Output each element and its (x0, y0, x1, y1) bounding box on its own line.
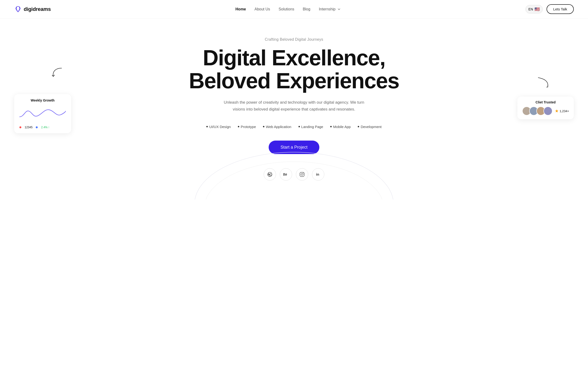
nav-link-about[interactable]: About Us (255, 7, 270, 11)
arc-decoration (187, 129, 401, 200)
tag-dot (263, 126, 264, 127)
linkedin-icon: in (316, 172, 321, 177)
svg-point-0 (18, 11, 19, 12)
instagram-icon (299, 172, 305, 177)
hero-subtitle: Crafting Beloved Digital Journeys (9, 37, 579, 42)
svg-point-7 (303, 173, 304, 173)
star-icon: ★ (555, 108, 559, 114)
hero-title-line2: Beloved Experiences (189, 69, 399, 93)
logo-icon (14, 5, 22, 13)
svg-rect-5 (300, 172, 304, 176)
behance-button[interactable]: Bē (280, 168, 292, 181)
instagram-button[interactable] (296, 168, 308, 181)
deco-arrow-left (50, 66, 64, 80)
dribbble-icon (267, 172, 272, 177)
blue-dot (36, 126, 38, 128)
tag-development: Development (358, 125, 381, 129)
svg-point-6 (301, 174, 303, 175)
svg-point-2 (204, 162, 384, 200)
client-trusted-title: Cliet Trusted (522, 100, 569, 104)
client-trusted-card: Cliet Trusted ★ 1,234+ (517, 97, 574, 119)
hero-description: Unleash the power of creativity and tech… (223, 99, 365, 113)
language-button[interactable]: EN 🇺🇸 (525, 5, 543, 13)
chart-legend: 12345 2.4% ↑ (19, 125, 66, 129)
hero-title: Digital Excellence, Beloved Experiences (187, 46, 401, 92)
svg-text:Bē: Bē (283, 173, 287, 176)
tag-uiux: UI/UX Design (206, 125, 231, 129)
tag-dot (238, 126, 239, 127)
logo[interactable]: digidreams (14, 5, 51, 13)
nav-right: EN 🇺🇸 Lets Talk (525, 4, 574, 14)
nav-link-solutions[interactable]: Solutions (279, 7, 294, 11)
dribbble-button[interactable] (264, 168, 276, 181)
linkedin-button[interactable]: in (312, 168, 324, 181)
tag-prototype: Prototype (238, 125, 256, 129)
growth-percent: 2.4% ↑ (41, 125, 49, 129)
nav-links: Home About Us Solutions Blog Internship (236, 7, 341, 11)
nav-item-internship[interactable]: Internship (319, 7, 341, 11)
social-row: Bē in (9, 168, 579, 181)
logo-text: digidreams (24, 6, 51, 12)
hero-title-line1: Digital Excellence, (203, 46, 385, 70)
growth-chart (19, 105, 66, 122)
tag-dot (206, 126, 208, 127)
tag-dot (330, 126, 332, 127)
tags-row: UI/UX Design Prototype Web Application L… (9, 125, 579, 129)
avatar (543, 107, 552, 116)
client-avatars: ★ 1,234+ (522, 107, 569, 116)
weekly-growth-title: Weekly Growth (19, 98, 66, 102)
tag-dot (358, 126, 359, 127)
red-dot (19, 126, 21, 128)
growth-value: 12345 (25, 126, 32, 129)
lets-talk-button[interactable]: Lets Talk (547, 4, 574, 14)
flag-icon: 🇺🇸 (534, 7, 540, 12)
nav-link-home[interactable]: Home (236, 7, 246, 11)
lang-text: EN (529, 7, 533, 11)
nav-item-about[interactable]: About Us (255, 7, 270, 11)
tag-dot (298, 126, 300, 127)
weekly-growth-card: Weekly Growth 12345 2.4% ↑ (14, 94, 71, 133)
nav-item-home[interactable]: Home (236, 7, 246, 11)
svg-text:in: in (316, 172, 319, 176)
tag-webapp: Web Application (263, 125, 291, 129)
deco-arrow-right (536, 75, 552, 92)
nav-link-internship[interactable]: Internship (319, 7, 341, 11)
nav-link-blog[interactable]: Blog (303, 7, 310, 11)
start-project-button[interactable]: Start a Project (269, 141, 319, 154)
behance-icon: Bē (283, 172, 289, 176)
tag-mobileapp: Mobile App (330, 125, 351, 129)
chevron-down-icon (337, 8, 341, 11)
tag-landing: Landing Page (298, 125, 323, 129)
rating-badge: ★ 1,234+ (555, 108, 569, 114)
rating-value: 1,234+ (560, 109, 569, 113)
nav-item-blog[interactable]: Blog (303, 7, 310, 11)
hero-section: Weekly Growth 12345 2.4% ↑ Cliet Trusted… (0, 18, 588, 200)
navbar: digidreams Home About Us Solutions Blog … (0, 0, 588, 18)
nav-item-solutions[interactable]: Solutions (279, 7, 294, 11)
